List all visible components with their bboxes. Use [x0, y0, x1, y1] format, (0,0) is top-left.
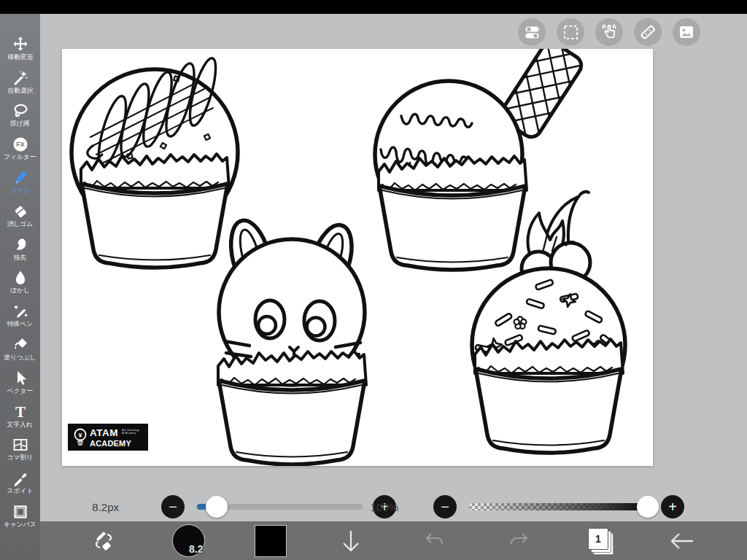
sidebar-item-label: 指先	[14, 254, 26, 260]
layers-icon: 1	[588, 528, 613, 554]
atam-academy-logo: ¥ ATAM ACADEMY Arts Technology Art Acade…	[68, 424, 148, 451]
undo-icon	[422, 530, 447, 552]
sidebar-item-text[interactable]: T 文字入れ	[0, 399, 40, 432]
sidebar-item-special-pen[interactable]: 特殊ペン	[0, 298, 40, 332]
ibispaint-drawing-app: { "sidebar": { "active_color": "#4aa3ff"…	[0, 0, 747, 560]
svg-text:FX: FX	[16, 141, 25, 149]
special-pen-icon	[12, 303, 29, 320]
sidebar-item-label: 投げ縄	[10, 120, 29, 127]
sidebar-item-label: コマ割り	[7, 454, 34, 461]
tool-settings-button[interactable]	[518, 18, 546, 46]
sidebar-item-auto-select[interactable]: 自動選択	[0, 65, 40, 98]
sidebar-item-label: 自動選択	[7, 87, 33, 93]
brush-eraser-swap-icon	[91, 529, 116, 553]
sidebar-item-fingertip[interactable]: 指先	[0, 232, 40, 265]
svg-text:ATAM: ATAM	[90, 427, 118, 438]
opacity-decrease-button[interactable]: −	[433, 495, 457, 518]
brush-size-slider-knob[interactable]	[206, 496, 228, 518]
ice-cream-bunny	[218, 216, 366, 464]
ice-cream-drizzle	[71, 56, 238, 268]
tool-sidebar: 移動変形 自動選択 投げ縄 FX フィルター ブラシ 消しゴム 指	[0, 14, 40, 560]
sidebar-item-label: ぼかし	[10, 287, 30, 294]
back-arrow-icon	[668, 530, 696, 552]
svg-text:Art Academy: Art Academy	[122, 432, 136, 435]
materials-button[interactable]	[673, 18, 700, 46]
ruler-icon	[639, 23, 657, 41]
brush-size-value: 8.2px	[69, 501, 119, 513]
brush-preview-button[interactable]: 8.2	[171, 521, 205, 560]
back-button[interactable]	[665, 521, 699, 560]
sidebar-item-label: ベクター	[7, 387, 34, 394]
comic-panels-icon	[12, 436, 29, 454]
color-swatch-button[interactable]	[254, 521, 287, 560]
sidebar-item-blur[interactable]: ぼかし	[0, 265, 40, 299]
fingertip-icon	[12, 236, 29, 254]
sidebar-item-label: スポイト	[7, 488, 34, 494]
text-tool-icon: T	[12, 403, 29, 421]
ice-cream-line-art: ¥ ATAM ACADEMY Arts Technology Art Acade…	[62, 49, 653, 466]
sidebar-item-label: キャンバス	[4, 521, 36, 527]
sidebar-item-label: 消しゴム	[7, 220, 34, 227]
bottom-toolbar: 8.2 1	[40, 521, 747, 560]
sidebar-item-bucket-fill[interactable]: 塗りつぶし	[0, 332, 40, 365]
svg-text:ACADEMY: ACADEMY	[90, 439, 131, 448]
select-area-button[interactable]	[557, 18, 584, 46]
sidebar-item-panel-divide[interactable]: コマ割り	[0, 432, 40, 466]
current-color-swatch	[255, 525, 287, 557]
opacity-slider[interactable]	[469, 503, 655, 510]
layers-button[interactable]: 1	[584, 521, 617, 560]
magic-wand-icon	[12, 69, 29, 87]
opacity-increase-button[interactable]: +	[661, 495, 684, 518]
svg-text:T: T	[15, 403, 25, 421]
undo-button[interactable]	[418, 521, 452, 560]
toggle-switches-icon	[524, 24, 541, 41]
brush-preview-circle: 8.2	[172, 524, 205, 557]
down-arrow-icon	[338, 528, 363, 554]
redo-icon	[506, 530, 531, 552]
brush-icon	[12, 169, 29, 187]
lasso-icon	[12, 102, 29, 120]
opacity-value: 100%	[350, 501, 398, 513]
paint-bucket-icon	[12, 336, 29, 354]
sidebar-item-move-transform[interactable]: 移動変形	[0, 31, 40, 65]
sidebar-item-brush[interactable]: ブラシ	[0, 165, 40, 198]
svg-text:¥: ¥	[78, 432, 82, 439]
hand-gesture-button[interactable]	[595, 18, 623, 46]
touch-hand-icon	[600, 23, 618, 41]
ruler-button[interactable]	[634, 18, 662, 46]
redo-button[interactable]	[502, 521, 535, 560]
sidebar-item-vector[interactable]: ベクター	[0, 365, 40, 399]
sidebar-item-canvas[interactable]: キャンバス	[0, 499, 40, 532]
sidebar-item-label: ブラシ	[10, 187, 30, 193]
swap-brush-eraser-button[interactable]	[82, 521, 125, 560]
sidebar-item-label: 移動変形	[7, 53, 33, 60]
cursor-arrow-icon	[12, 370, 29, 387]
sidebar-item-label: 塗りつぶし	[4, 354, 36, 360]
sidebar-item-label: フィルター	[4, 154, 36, 160]
marquee-select-icon	[562, 24, 579, 41]
water-drop-icon	[12, 269, 29, 287]
eyedropper-icon	[12, 470, 29, 487]
image-materials-icon	[678, 23, 695, 41]
fx-filter-icon: FX	[12, 136, 29, 153]
sidebar-item-eraser[interactable]: 消しゴム	[0, 198, 40, 232]
move-transform-icon	[12, 36, 29, 53]
pull-down-button[interactable]	[334, 521, 368, 560]
svg-text:Arts Technology: Arts Technology	[122, 429, 139, 432]
opacity-slider-knob[interactable]	[637, 496, 659, 518]
layer-count-badge: 1	[595, 533, 601, 545]
sidebar-item-lasso[interactable]: 投げ縄	[0, 98, 40, 132]
brush-size-badge: 8.2	[189, 543, 203, 555]
status-bar	[0, 0, 747, 14]
canvas-frame-icon	[12, 503, 29, 521]
sidebar-item-filter[interactable]: FX フィルター	[0, 131, 40, 165]
eraser-icon	[12, 203, 29, 220]
drawing-canvas[interactable]: ¥ ATAM ACADEMY Arts Technology Art Acade…	[62, 49, 653, 466]
sidebar-item-label: 文字入れ	[7, 421, 33, 427]
sidebar-item-eyedropper[interactable]: スポイト	[0, 465, 40, 499]
brush-size-decrease-button[interactable]: −	[161, 495, 185, 518]
sidebar-item-label: 特殊ペン	[7, 321, 33, 327]
